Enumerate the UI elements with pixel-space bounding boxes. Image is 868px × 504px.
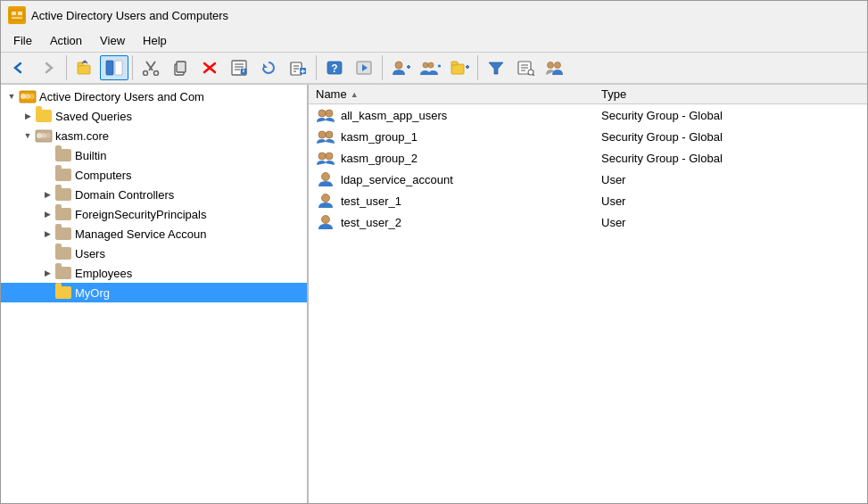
- new-user-button[interactable]: [386, 55, 415, 80]
- myorg-label: MyOrg: [75, 286, 110, 300]
- svg-rect-6: [106, 61, 113, 75]
- title-bar: Active Directory Users and Computers: [1, 1, 867, 29]
- svg-marker-23: [263, 63, 268, 68]
- svg-point-68: [326, 153, 333, 160]
- svg-point-39: [428, 62, 434, 68]
- copy-button[interactable]: [166, 55, 194, 80]
- row-type-all-kasm: Security Group - Global: [601, 109, 860, 122]
- refresh-button[interactable]: [254, 55, 283, 80]
- right-pane: Name ▲ Type all_kasm_app_users: [309, 85, 867, 503]
- tree-root[interactable]: ▼ Active Directory Users and Com: [1, 87, 307, 106]
- properties-button[interactable]: [225, 55, 253, 80]
- kasm-core-label: kasm.core: [55, 129, 109, 143]
- sort-arrow: ▲: [351, 90, 359, 99]
- svg-point-58: [29, 94, 35, 99]
- row-name-kasm-group-1: kasm_group_1: [316, 128, 601, 145]
- row-name-kasm-group-2: kasm_group_2: [316, 150, 601, 166]
- tree-item-myorg[interactable]: ▶ MyOrg: [1, 283, 307, 302]
- saved-queries-button[interactable]: [511, 55, 540, 80]
- menu-help[interactable]: Help: [134, 31, 176, 50]
- msa-icon: [54, 226, 72, 242]
- col-name-header[interactable]: Name ▲: [316, 87, 601, 101]
- tree-item-domain-controllers[interactable]: ▶ Domain Controllers: [1, 185, 307, 204]
- forward-button[interactable]: [34, 55, 62, 80]
- export-button[interactable]: [284, 55, 312, 80]
- table-row[interactable]: all_kasm_app_users Security Group - Glob…: [309, 104, 867, 126]
- more-button[interactable]: [541, 55, 569, 80]
- col-type-header[interactable]: Type: [601, 87, 860, 101]
- employees-toggle[interactable]: ▶: [40, 266, 54, 280]
- export-icon: [289, 60, 307, 76]
- toolbar: ?: [1, 53, 867, 85]
- dc-label: Domain Controllers: [75, 188, 174, 202]
- up-button[interactable]: [70, 55, 99, 80]
- tree-item-foreign-security[interactable]: ▶ ForeignSecurityPrincipals: [1, 204, 307, 224]
- app-icon: [8, 6, 26, 24]
- row-name-test-user-2: test_user_2: [316, 214, 601, 230]
- delete-button[interactable]: [195, 55, 224, 80]
- filter-button[interactable]: [482, 55, 510, 80]
- dc-toggle[interactable]: ▶: [40, 187, 54, 202]
- run-button[interactable]: [350, 55, 378, 80]
- menu-action[interactable]: Action: [41, 31, 91, 50]
- tree-item-employees[interactable]: ▶ Employees: [1, 263, 307, 283]
- svg-rect-3: [12, 17, 22, 19]
- sep2: [132, 55, 133, 80]
- tree-item-saved-queries[interactable]: ▶ Saved Queries: [1, 106, 307, 126]
- dc-icon: [54, 186, 72, 202]
- table-row[interactable]: test_user_2 User: [309, 211, 867, 233]
- row-name-ldap: ldap_service_account: [316, 171, 601, 187]
- user-icon: [316, 214, 335, 230]
- menu-view[interactable]: View: [91, 31, 134, 50]
- row-label: test_user_1: [341, 194, 401, 208]
- row-label: all_kasm_app_users: [341, 109, 447, 122]
- svg-point-66: [326, 131, 333, 138]
- sep3: [316, 55, 317, 80]
- svg-point-67: [318, 153, 326, 160]
- show-hide-button[interactable]: [100, 55, 128, 80]
- fsp-label: ForeignSecurityPrincipals: [75, 208, 206, 221]
- show-hide-icon: [105, 60, 123, 76]
- tree-item-users[interactable]: ▶ Users: [1, 244, 307, 263]
- svg-marker-46: [489, 62, 503, 74]
- svg-rect-4: [78, 65, 90, 74]
- new-group-button[interactable]: [416, 55, 444, 80]
- cut-icon: [142, 60, 160, 76]
- run-icon: [355, 60, 373, 76]
- fsp-toggle[interactable]: ▶: [40, 207, 54, 221]
- window-title: Active Directory Users and Computers: [31, 9, 228, 22]
- svg-point-70: [322, 194, 330, 202]
- table-row[interactable]: kasm_group_1 Security Group - Global: [309, 126, 867, 147]
- builtin-label: Builtin: [75, 149, 106, 162]
- tree-item-kasm-core[interactable]: ▼ kasm.core: [1, 126, 307, 145]
- table-row[interactable]: test_user_1 User: [309, 190, 867, 211]
- users-label: Users: [75, 247, 105, 260]
- saved-queries-toggle[interactable]: ▶: [21, 109, 35, 123]
- new-ou-button[interactable]: [445, 55, 474, 80]
- properties-icon: [230, 60, 248, 76]
- svg-line-52: [533, 74, 534, 76]
- svg-rect-43: [451, 62, 458, 65]
- employees-icon: [54, 265, 72, 281]
- tree-item-computers[interactable]: ▶ Computers: [1, 165, 307, 185]
- new-group-icon: [419, 60, 441, 76]
- table-row[interactable]: kasm_group_2 Security Group - Global: [309, 147, 867, 169]
- msa-toggle[interactable]: ▶: [40, 227, 54, 241]
- col-name-label: Name: [316, 87, 347, 101]
- svg-point-63: [318, 110, 326, 117]
- back-button[interactable]: [4, 55, 33, 80]
- tree-item-builtin[interactable]: ▶ Builtin: [1, 145, 307, 165]
- cut-button[interactable]: [136, 55, 165, 80]
- saved-queries-icon-tree: [35, 108, 53, 124]
- svg-point-22: [243, 69, 244, 70]
- svg-text:?: ?: [331, 62, 337, 75]
- svg-rect-42: [451, 64, 464, 74]
- myorg-icon: [54, 285, 72, 301]
- root-toggle[interactable]: ▼: [4, 89, 19, 103]
- help-button[interactable]: ?: [320, 55, 349, 80]
- table-row[interactable]: ldap_service_account User: [309, 169, 867, 190]
- tree-item-managed-service[interactable]: ▶ Managed Service Accoun: [1, 224, 307, 244]
- kasm-core-toggle[interactable]: ▼: [21, 128, 35, 143]
- refresh-icon: [260, 60, 277, 76]
- menu-file[interactable]: File: [4, 31, 41, 50]
